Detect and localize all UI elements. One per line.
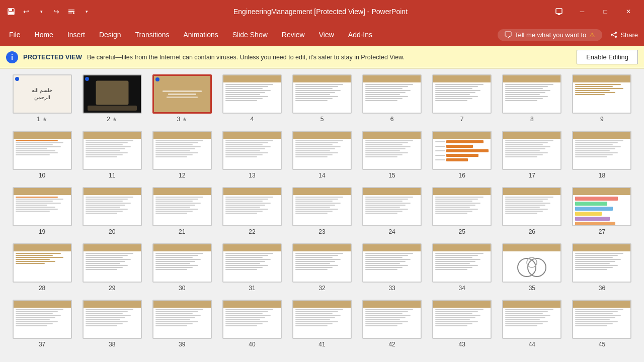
slide-thumb-26[interactable] [502,187,561,226]
menu-file[interactable]: File [2,23,28,46]
slide-thumb-44[interactable] [502,300,561,339]
slide-thumb-15[interactable] [362,131,422,170]
slide-thumb-1[interactable]: خلسم اللهالرحمن [13,74,72,114]
slide-item[interactable]: 19 [10,187,74,235]
menu-insert[interactable]: Insert [60,23,92,46]
slide-thumb-42[interactable] [362,300,422,339]
slide-thumb-39[interactable] [152,300,212,339]
slide-item[interactable]: 26 [500,187,564,235]
slide-thumb-32[interactable] [292,243,352,283]
slide-item[interactable]: 30 [150,243,214,292]
slide-thumb-18[interactable] [572,131,631,170]
slide-item[interactable]: 16 [430,131,494,179]
menu-addins[interactable]: Add-Ins [341,23,379,46]
menu-transitions[interactable]: Transitions [128,23,177,46]
menu-animations[interactable]: Animations [176,23,225,46]
slide-thumb-13[interactable] [222,131,282,170]
slide-thumb-19[interactable] [13,187,72,226]
slide-item[interactable]: 3★ [150,74,214,123]
tell-me-input[interactable]: Tell me what you want to ⚠ [498,29,602,41]
slide-thumb-7[interactable] [432,74,492,114]
slide-item[interactable]: 7 [430,74,494,123]
slide-item[interactable]: 17 [500,131,564,179]
slide-item[interactable]: 27 [570,187,634,235]
slide-thumb-45[interactable] [572,300,631,339]
slide-thumb-30[interactable] [152,243,212,283]
close-button[interactable]: ✕ [617,0,640,23]
slide-item[interactable]: 14 [290,131,354,179]
slide-item[interactable]: 40 [220,300,284,348]
slide-thumb-3[interactable] [152,74,212,114]
slide-thumb-29[interactable] [83,243,142,283]
slide-thumb-35[interactable] [502,243,561,283]
slide-item[interactable]: 42 [360,300,424,348]
slide-item[interactable]: 34 [430,243,494,292]
share-button[interactable]: Share [606,31,642,39]
slide-thumb-24[interactable] [362,187,422,226]
slide-item[interactable]: 24 [360,187,424,235]
slide-thumb-25[interactable] [432,187,492,226]
slide-item[interactable]: 28 [10,243,74,292]
slide-item[interactable]: 35 [500,243,564,292]
slide-thumb-33[interactable] [362,243,422,283]
slide-thumb-23[interactable] [292,187,352,226]
menu-home[interactable]: Home [28,23,60,46]
undo-button[interactable]: ↩ [19,5,33,19]
save-button[interactable] [4,5,18,19]
slide-thumb-41[interactable] [292,300,352,339]
slide-thumb-31[interactable] [222,243,282,283]
slide-item[interactable]: 15 [360,131,424,179]
slide-thumb-22[interactable] [222,187,282,226]
slide-thumb-4[interactable] [222,74,282,114]
slide-item[interactable]: 38 [80,300,144,348]
slide-item[interactable]: 31 [220,243,284,292]
slide-item[interactable]: 4 [220,74,284,123]
slide-item[interactable]: 44 [500,300,564,348]
slide-item[interactable]: 36 [570,243,634,292]
slide-item[interactable]: 6 [360,74,424,123]
screen-reader-icon[interactable] [547,0,571,23]
slide-thumb-14[interactable] [292,131,352,170]
slide-item[interactable]: 20 [80,187,144,235]
slide-thumb-12[interactable] [152,131,212,170]
slide-thumb-40[interactable] [222,300,282,339]
quick-access-more[interactable] [64,5,78,19]
slide-thumb-2[interactable] [83,74,142,114]
slide-item[interactable]: 11 [80,131,144,179]
slide-thumb-38[interactable] [83,300,142,339]
slide-item[interactable]: 2★ [80,74,144,123]
slide-thumb-5[interactable] [292,74,352,114]
slide-item[interactable]: 18 [570,131,634,179]
slide-item[interactable]: 29 [80,243,144,292]
slide-thumb-17[interactable] [502,131,561,170]
slide-item[interactable]: 23 [290,187,354,235]
minimize-button[interactable]: ─ [571,0,594,23]
slide-item[interactable]: 10 [10,131,74,179]
slide-thumb-27[interactable] [572,187,631,226]
enable-editing-button[interactable]: Enable Editing [577,50,638,64]
slide-thumb-36[interactable] [572,243,631,283]
slide-thumb-37[interactable] [13,300,72,339]
slide-item[interactable]: 13 [220,131,284,179]
slide-item[interactable]: 33 [360,243,424,292]
slide-item[interactable]: 12 [150,131,214,179]
slide-item[interactable]: 25 [430,187,494,235]
slide-item[interactable]: 5 [290,74,354,123]
slide-item[interactable]: خلسم اللهالرحمن1★ [10,74,74,123]
slide-item[interactable]: 39 [150,300,214,348]
restore-button[interactable]: □ [594,0,617,23]
slide-thumb-34[interactable] [432,243,492,283]
undo-dropdown[interactable]: ▾ [34,5,48,19]
slide-thumb-28[interactable] [13,243,72,283]
slide-item[interactable]: 45 [570,300,634,348]
slide-thumb-6[interactable] [362,74,422,114]
menu-slideshow[interactable]: Slide Show [225,23,275,46]
redo-button[interactable]: ↪ [49,5,63,19]
slide-item[interactable]: 8 [500,74,564,123]
slide-thumb-8[interactable] [502,74,561,114]
menu-review[interactable]: Review [275,23,312,46]
slide-thumb-43[interactable] [432,300,492,339]
customize-quick-access[interactable]: ▾ [79,5,94,19]
menu-view[interactable]: View [312,23,341,46]
slide-item[interactable]: 21 [150,187,214,235]
